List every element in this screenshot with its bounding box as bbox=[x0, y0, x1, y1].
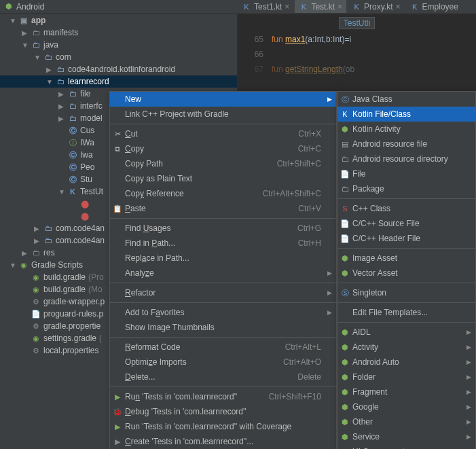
android-icon: ⬢ bbox=[340, 327, 350, 337]
menu-copy-plain[interactable]: Copy as Plain Text bbox=[110, 171, 336, 186]
package-icon: 🗀 bbox=[68, 113, 77, 123]
menu-analyze[interactable]: Analyze▶ bbox=[110, 266, 336, 281]
node-java[interactable]: ▼🗀java bbox=[0, 39, 237, 51]
chevron-right-icon: ▶ bbox=[327, 309, 332, 316]
separator bbox=[337, 283, 475, 283]
copy-icon: ⧉ bbox=[113, 144, 122, 154]
properties-icon: ⚙ bbox=[31, 297, 41, 306]
new-activity[interactable]: ⬢Activity▶ bbox=[337, 340, 475, 355]
new-package[interactable]: 🗀Package bbox=[337, 181, 475, 196]
new-cpp-hdr[interactable]: 📄C/C++ Header File bbox=[337, 231, 475, 246]
chevron-right-icon: ▶ bbox=[466, 374, 471, 380]
menu-debug[interactable]: 🐞Debug 'Tests in 'com.learnrecord'' bbox=[110, 404, 336, 419]
menu-copy-path[interactable]: Copy PathCtrl+Shift+C bbox=[110, 156, 336, 171]
chevron-right-icon: ▶ bbox=[46, 66, 53, 73]
breadcrumb-token[interactable]: TestUtli bbox=[339, 17, 375, 29]
menu-optimize[interactable]: Optimize ImportsCtrl+Alt+O bbox=[110, 355, 336, 370]
android-icon: ⬢ bbox=[340, 357, 350, 367]
new-kotlin-activity[interactable]: ⬢Kotlin Activity bbox=[337, 122, 475, 137]
menu-cut[interactable]: ✂CutCtrl+X bbox=[110, 126, 336, 141]
menu-replace-path[interactable]: Replace in Path... bbox=[110, 251, 336, 266]
chevron-right-icon: ▶ bbox=[466, 418, 471, 425]
new-res-dir[interactable]: 🗀Android resource directory bbox=[337, 151, 475, 166]
separator bbox=[337, 198, 475, 199]
chevron-right-icon: ▶ bbox=[466, 329, 471, 336]
tab-test1[interactable]: KTest1.kt× bbox=[238, 0, 293, 13]
android-icon: ⬢ bbox=[340, 432, 350, 442]
menu-reformat[interactable]: Reformat CodeCtrl+Alt+L bbox=[110, 340, 336, 355]
close-icon[interactable]: × bbox=[285, 2, 289, 12]
kotlin-file-icon: K bbox=[352, 2, 361, 12]
new-file[interactable]: 📄File bbox=[337, 166, 475, 181]
node-manifests[interactable]: ▶🗀manifests bbox=[0, 26, 237, 39]
new-vector-asset[interactable]: ⬢Vector Asset bbox=[337, 266, 475, 281]
new-res-file[interactable]: ▤Android resource file bbox=[337, 137, 475, 151]
new-folder[interactable]: ⬢Folder▶ bbox=[337, 370, 475, 384]
android-icon: ⬢ bbox=[340, 253, 350, 263]
kotlin-file-icon: K bbox=[242, 2, 251, 12]
new-edit-templates[interactable]: Edit File Templates... bbox=[337, 305, 475, 320]
node-com[interactable]: ▼🗀com bbox=[0, 51, 237, 63]
new-image-asset[interactable]: ⬢Image Asset bbox=[337, 251, 475, 266]
android-dropdown[interactable]: ⬢ Android bbox=[4, 2, 44, 12]
new-other[interactable]: ⬢Other▶ bbox=[337, 414, 475, 429]
class-icon: Ⓒ bbox=[68, 126, 77, 135]
menu-favorites[interactable]: Add to Favorites▶ bbox=[110, 305, 336, 320]
class-icon: Ⓒ bbox=[340, 94, 350, 104]
separator bbox=[110, 337, 336, 338]
chevron-right-icon: ▶ bbox=[466, 433, 471, 440]
properties-icon: ⚙ bbox=[31, 346, 41, 355]
android-label: Android bbox=[16, 2, 44, 12]
new-kotlin-file[interactable]: KKotlin File/Class bbox=[337, 107, 475, 122]
new-auto[interactable]: ⬢Android Auto▶ bbox=[337, 355, 475, 370]
cpp-src-icon: 📄 bbox=[340, 219, 350, 228]
tab-proxy[interactable]: KProxy.kt× bbox=[348, 0, 404, 13]
menu-new[interactable]: New▶ bbox=[110, 92, 336, 107]
package-icon: 🗀 bbox=[43, 236, 53, 245]
menu-refactor[interactable]: Refactor▶ bbox=[110, 285, 336, 300]
chevron-right-icon: ▶ bbox=[22, 29, 29, 37]
node-app[interactable]: ▼▣app bbox=[0, 14, 237, 26]
folder-icon: 🗀 bbox=[31, 248, 41, 257]
package-icon: 🗀 bbox=[43, 223, 53, 233]
file-icon: 📄 bbox=[31, 309, 41, 319]
menu-run[interactable]: ▶Run 'Tests in 'com.learnrecord''Ctrl+Sh… bbox=[110, 389, 336, 404]
android-icon: ⬢ bbox=[340, 417, 350, 427]
new-google[interactable]: ⬢Google▶ bbox=[337, 399, 475, 414]
new-cpp-src[interactable]: 📄C/C++ Source File bbox=[337, 216, 475, 231]
package-icon: 🗀 bbox=[43, 52, 53, 62]
new-fragment[interactable]: ⬢Fragment▶ bbox=[337, 384, 475, 399]
close-icon[interactable]: × bbox=[396, 2, 401, 12]
menu-copy[interactable]: ⧉CopyCtrl+C bbox=[110, 141, 336, 156]
node-code4android[interactable]: ▶🗀code4android.kotlinforandroid bbox=[0, 63, 237, 75]
node-learnrecord[interactable]: ▼🗀learnrecord bbox=[0, 75, 237, 88]
error-icon: ⬤ bbox=[80, 199, 90, 209]
menu-coverage[interactable]: ▶Run 'Tests in 'com.learnrecord'' with C… bbox=[110, 419, 336, 434]
new-service[interactable]: ⬢Service▶ bbox=[337, 429, 475, 444]
menu-paste[interactable]: 📋PasteCtrl+V bbox=[110, 201, 336, 216]
tab-test[interactable]: KTest.kt× bbox=[295, 0, 346, 13]
new-submenu: ⒸJava Class KKotlin File/Class ⬢Kotlin A… bbox=[337, 91, 476, 449]
tab-employee[interactable]: KEmployee bbox=[406, 0, 462, 13]
line-number: 66 bbox=[238, 50, 272, 59]
coverage-icon: ▶ bbox=[113, 422, 122, 431]
new-ui[interactable]: ⬢UI Component▶ bbox=[337, 444, 475, 449]
folder-icon: 🗀 bbox=[31, 28, 41, 37]
new-aidl[interactable]: ⬢AIDL▶ bbox=[337, 325, 475, 340]
menu-thumbs[interactable]: Show Image Thumbnails bbox=[110, 320, 336, 335]
menu-find-path[interactable]: Find in Path...Ctrl+H bbox=[110, 236, 336, 251]
chevron-down-icon: ▼ bbox=[34, 54, 41, 61]
new-java-class[interactable]: ⒸJava Class bbox=[337, 92, 475, 107]
menu-delete[interactable]: Delete...Delete bbox=[110, 370, 336, 384]
menu-find-usages[interactable]: Find UsagesCtrl+G bbox=[110, 221, 336, 236]
menu-copy-ref[interactable]: Copy ReferenceCtrl+Alt+Shift+C bbox=[110, 186, 336, 201]
android-icon: ⬢ bbox=[340, 268, 350, 278]
menu-link-cpp[interactable]: Link C++ Project with Gradle bbox=[110, 107, 336, 122]
chevron-right-icon: ▶ bbox=[58, 115, 65, 122]
new-cpp-class[interactable]: SC++ Class bbox=[337, 201, 475, 216]
new-singleton[interactable]: ⓈSingleton bbox=[337, 285, 475, 300]
kotlin-file-icon: K bbox=[410, 2, 420, 12]
close-icon[interactable]: × bbox=[337, 2, 342, 12]
menu-create[interactable]: ▶Create 'Tests in 'com.learnrecord''... bbox=[110, 434, 336, 449]
chevron-down-icon: ▼ bbox=[58, 188, 65, 196]
